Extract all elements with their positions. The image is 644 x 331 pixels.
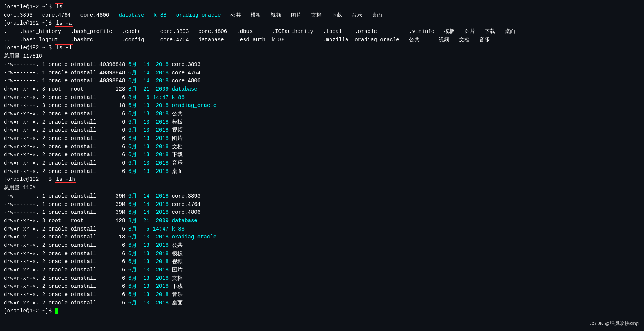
- terminal-line: drwxr-xr-x. 2 oracle oinstall 6 6月 13 20…: [4, 282, 640, 291]
- terminal-line: drwxr-x---. 3 oracle oinstall 18 6月 13 2…: [4, 233, 640, 242]
- terminal-line: drwxr-xr-x. 2 oracle oinstall 6 6月 13 20…: [4, 110, 640, 118]
- terminal-line: drwxr-xr-x. 2 oracle oinstall 6 6月 13 20…: [4, 151, 640, 159]
- terminal-line: -rw-------. 1 oracle oinstall 40398848 6…: [4, 69, 640, 77]
- terminal-line: drwxr-xr-x. 2 oracle oinstall 6 6月 13 20…: [4, 275, 640, 283]
- terminal-line: 总用量 116M: [4, 184, 640, 192]
- terminal-line: drwxr-xr-x. 2 oracle oinstall 6 6月 13 20…: [4, 159, 640, 168]
- terminal-line: drwxr-xr-x. 2 oracle oinstall 6 6月 13 20…: [4, 168, 640, 176]
- terminal-line: drwxr-xr-x. 8 root root 128 8月 21 2009 d…: [4, 85, 640, 94]
- terminal-line: -rw-------. 1 oracle oinstall 40398848 6…: [4, 77, 640, 85]
- terminal-line: [oracle@192 ~]$ ls -a: [4, 19, 640, 28]
- terminal-line: -rw-------. 1 oracle oinstall 40398848 6…: [4, 61, 640, 69]
- terminal-line: -rw-------. 1 oracle oinstall 39M 6月 14 …: [4, 209, 640, 217]
- terminal-line: drwxr-xr-x. 2 oracle oinstall 6 8月 6 14:…: [4, 225, 640, 234]
- terminal-line: [oracle@192 ~]$ ls -lh: [4, 176, 640, 184]
- terminal-line: drwxr-xr-x. 2 oracle oinstall 6 6月 13 20…: [4, 242, 640, 250]
- terminal: [oracle@192 ~]$ lscore.3893 core.4764 co…: [0, 0, 644, 331]
- terminal-line: drwxr-xr-x. 2 oracle oinstall 6 6月 13 20…: [4, 135, 640, 143]
- terminal-line: [oracle@192 ~]$: [4, 307, 640, 315]
- terminal-line: drwxr-xr-x. 2 oracle oinstall 6 6月 13 20…: [4, 266, 640, 275]
- terminal-line: drwxr-xr-x. 2 oracle oinstall 6 6月 13 20…: [4, 258, 640, 266]
- terminal-line: -rw-------. 1 oracle oinstall 39M 6月 14 …: [4, 192, 640, 201]
- terminal-line: drwxr-xr-x. 2 oracle oinstall 6 6月 13 20…: [4, 126, 640, 135]
- terminal-line: drwxr-xr-x. 2 oracle oinstall 6 6月 13 20…: [4, 143, 640, 151]
- terminal-line: drwxr-xr-x. 8 root root 128 8月 21 2009 d…: [4, 217, 640, 225]
- terminal-line: drwxr-xr-x. 2 oracle oinstall 6 6月 13 20…: [4, 299, 640, 307]
- terminal-line: drwxr-x---. 3 oracle oinstall 18 6月 13 2…: [4, 102, 640, 110]
- terminal-line: .. .bash_logout .bashrc .config core.476…: [4, 36, 640, 44]
- terminal-line: drwxr-xr-x. 2 oracle oinstall 6 6月 13 20…: [4, 250, 640, 258]
- terminal-line: drwxr-xr-x. 2 oracle oinstall 6 6月 13 20…: [4, 118, 640, 127]
- terminal-line: drwxr-xr-x. 2 oracle oinstall 6 6月 13 20…: [4, 291, 640, 299]
- watermark: CSDN @强风吹拂king: [590, 320, 639, 327]
- terminal-line: . .bash_history .bash_profile .cache cor…: [4, 28, 640, 36]
- terminal-line: 总用量 117816: [4, 52, 640, 61]
- terminal-line: -rw-------. 1 oracle oinstall 39M 6月 14 …: [4, 201, 640, 209]
- terminal-line: drwxr-xr-x. 2 oracle oinstall 6 8月 6 14:…: [4, 94, 640, 102]
- terminal-line: [oracle@192 ~]$ ls -l: [4, 44, 640, 52]
- terminal-line: [oracle@192 ~]$ ls: [4, 3, 640, 11]
- terminal-line: core.3893 core.4764 core.4806 database k…: [4, 11, 640, 20]
